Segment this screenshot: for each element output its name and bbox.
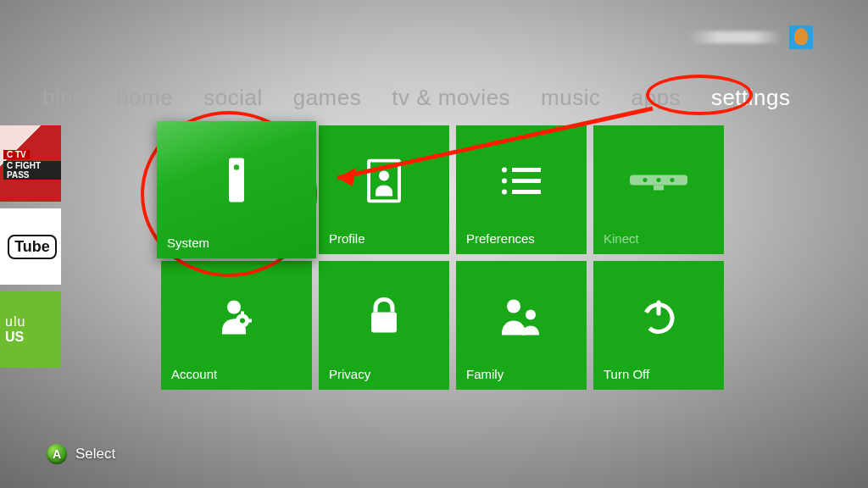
edge-label: ulu: [5, 314, 25, 330]
svg-point-8: [502, 189, 507, 194]
tile-account[interactable]: Account: [161, 261, 312, 390]
svg-rect-21: [248, 319, 252, 322]
tile-label: Family: [466, 367, 576, 381]
top-nav: bing home social games tv & movies music…: [42, 85, 791, 111]
edge-label: C TV: [3, 150, 30, 159]
tile-label: Kinect: [604, 231, 714, 246]
svg-point-24: [526, 309, 536, 319]
svg-rect-18: [241, 311, 244, 315]
nav-home[interactable]: home: [116, 85, 173, 111]
list-icon: [500, 165, 542, 198]
svg-point-1: [234, 165, 239, 170]
svg-rect-20: [233, 319, 237, 322]
tile-label: Turn Off: [604, 367, 714, 381]
tile-preferences[interactable]: Preferences: [456, 125, 587, 254]
account-gear-icon: [215, 295, 258, 340]
family-icon: [498, 296, 544, 339]
hint-text: Select: [75, 446, 115, 463]
svg-rect-19: [241, 325, 244, 330]
button-hint: A Select: [47, 444, 115, 464]
nav-bing[interactable]: bing: [42, 85, 86, 111]
edge-label: Tube: [8, 235, 57, 259]
svg-rect-7: [512, 179, 541, 183]
tile-system[interactable]: System: [157, 121, 316, 258]
previous-blade-edge: C TV C FIGHT PASS Tube ulu US: [0, 125, 61, 368]
tile-profile[interactable]: Profile: [319, 125, 449, 254]
gamertag-name-blur: [689, 31, 782, 43]
svg-point-11: [643, 178, 648, 182]
tile-label: Privacy: [329, 367, 439, 381]
svg-point-23: [507, 299, 520, 313]
tile-label: System: [167, 236, 306, 250]
svg-point-13: [670, 178, 675, 182]
edge-label: US: [5, 330, 24, 345]
svg-rect-5: [512, 168, 541, 172]
svg-rect-9: [512, 190, 541, 194]
nav-games[interactable]: games: [293, 85, 362, 111]
edge-label: C FIGHT PASS: [3, 161, 61, 180]
tile-label: Preferences: [466, 231, 576, 246]
tile-label: Profile: [329, 231, 439, 246]
power-icon: [639, 297, 678, 338]
edge-tile-youtube[interactable]: Tube: [0, 208, 61, 285]
edge-tile-ufc[interactable]: C TV C FIGHT PASS: [0, 125, 61, 202]
nav-tv-movies[interactable]: tv & movies: [392, 85, 510, 111]
profile-icon: [365, 158, 403, 205]
svg-rect-14: [654, 185, 664, 190]
settings-tile-grid: System Profile Preferences: [161, 125, 724, 390]
nav-settings[interactable]: settings: [711, 85, 791, 111]
svg-point-4: [502, 167, 507, 172]
console-icon: [225, 157, 248, 207]
nav-social[interactable]: social: [203, 85, 262, 111]
svg-point-17: [240, 318, 245, 323]
tile-label: Account: [171, 367, 302, 381]
kinect-icon: [628, 169, 689, 194]
a-button-icon: A: [47, 444, 67, 464]
avatar: [789, 25, 813, 49]
svg-point-3: [379, 170, 389, 180]
svg-point-6: [502, 178, 507, 183]
tile-privacy[interactable]: Privacy: [319, 261, 449, 390]
tile-family[interactable]: Family: [456, 261, 587, 390]
edge-tile-hulu[interactable]: ulu US: [0, 291, 61, 368]
svg-rect-22: [371, 312, 397, 332]
svg-rect-26: [657, 300, 661, 315]
tile-turn-off[interactable]: Turn Off: [593, 261, 724, 390]
tile-kinect[interactable]: Kinect: [593, 125, 724, 254]
svg-point-12: [657, 178, 661, 182]
nav-apps[interactable]: apps: [632, 85, 681, 111]
gamertag-area[interactable]: [689, 25, 813, 49]
nav-music[interactable]: music: [541, 85, 600, 111]
lock-icon: [367, 297, 401, 338]
svg-point-15: [227, 300, 241, 313]
